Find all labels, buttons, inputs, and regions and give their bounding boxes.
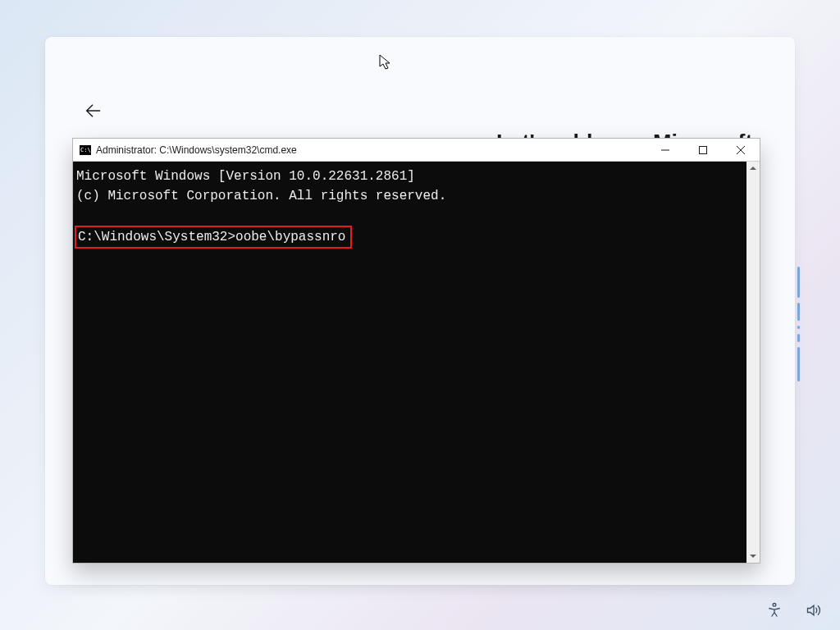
volume-button[interactable]	[806, 602, 822, 622]
chevron-down-icon	[750, 553, 756, 559]
minimize-icon	[661, 146, 669, 154]
maximize-icon	[699, 146, 707, 154]
cmd-banner-line2: (c) Microsoft Corporation. All rights re…	[75, 186, 758, 206]
arrow-left-icon	[84, 102, 102, 120]
maximize-button[interactable]	[684, 139, 722, 162]
svg-rect-0	[700, 147, 707, 154]
cmd-window: Administrator: C:\Windows\system32\cmd.e…	[72, 138, 760, 564]
speaker-icon	[806, 602, 822, 619]
scroll-down-button[interactable]	[746, 550, 760, 563]
cmd-vertical-scrollbar[interactable]	[746, 162, 760, 563]
cmd-window-title: Administrator: C:\Windows\system32\cmd.e…	[96, 144, 297, 156]
accessibility-icon	[766, 602, 783, 619]
close-icon	[737, 146, 745, 154]
accessibility-button[interactable]	[766, 602, 783, 622]
close-button[interactable]	[722, 139, 760, 162]
cmd-app-icon	[80, 145, 91, 155]
cmd-terminal-area[interactable]: Microsoft Windows [Version 10.0.22631.28…	[73, 162, 760, 563]
scroll-up-button[interactable]	[746, 162, 760, 175]
cmd-prompt: C:\Windows\System32>	[78, 230, 235, 244]
cmd-entered-command: oobe\bypassnro	[235, 230, 345, 244]
svg-point-1	[773, 604, 776, 607]
minimize-button[interactable]	[646, 139, 684, 162]
scroll-track[interactable]	[746, 175, 760, 550]
cmd-banner-line1: Microsoft Windows [Version 10.0.22631.28…	[75, 167, 758, 186]
window-controls	[646, 139, 760, 162]
cmd-titlebar[interactable]: Administrator: C:\Windows\system32\cmd.e…	[73, 139, 760, 162]
oobe-decorative-edge	[797, 267, 800, 381]
system-tray	[766, 602, 822, 622]
back-button[interactable]	[78, 96, 107, 126]
cmd-highlighted-command: C:\Windows\System32>oobe\bypassnro	[75, 226, 352, 249]
chevron-up-icon	[750, 165, 756, 171]
